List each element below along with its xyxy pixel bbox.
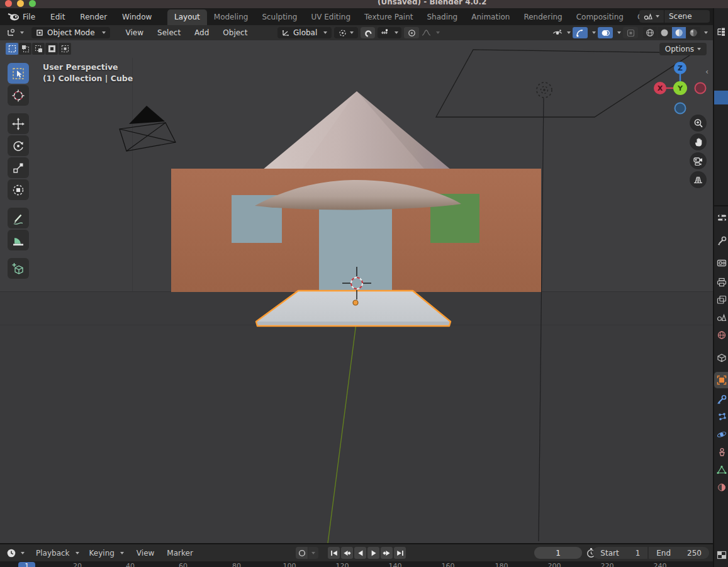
tab-collection[interactable] [714, 349, 728, 366]
menu-window[interactable]: Window [122, 13, 152, 21]
tool-cursor[interactable] [8, 85, 29, 106]
tool-scale[interactable] [8, 157, 29, 178]
shading-rendered-button[interactable] [686, 27, 700, 38]
tab-modeling[interactable]: Modeling [207, 9, 255, 25]
tab-tool[interactable] [714, 232, 728, 249]
tab-object-data[interactable] [714, 461, 728, 478]
jump-to-prev-keyframe-button[interactable] [341, 547, 353, 559]
menu-select[interactable]: Select [152, 28, 186, 37]
gizmo-dropdown[interactable] [592, 31, 596, 34]
select-mode-invert[interactable] [45, 43, 58, 55]
tab-physics[interactable] [714, 426, 728, 442]
timeline-ruler[interactable]: 1 20 40 60 80 100 120 140 160 180 200 22… [0, 561, 713, 567]
mode-dropdown[interactable]: Object Mode [31, 27, 110, 38]
scene-browse-button[interactable] [639, 10, 664, 23]
jump-to-start-button[interactable] [328, 547, 340, 559]
properties-editor-type-dropdown[interactable] [714, 210, 728, 226]
tab-texture[interactable] [714, 547, 728, 563]
show-overlays-toggle[interactable] [598, 27, 613, 38]
play-reverse-button[interactable] [354, 547, 366, 559]
tool-add-cube[interactable] [8, 258, 29, 279]
tab-material[interactable] [714, 479, 728, 495]
end-frame-field[interactable]: End 250 [649, 547, 709, 559]
tab-animation[interactable]: Animation [464, 9, 517, 25]
tab-compositing[interactable]: Compositing [569, 9, 630, 25]
gizmo-minus-x-axis[interactable] [695, 83, 706, 94]
tool-select-box[interactable] [8, 63, 29, 84]
door[interactable] [319, 207, 392, 292]
tab-texture-paint[interactable]: Texture Paint [357, 9, 420, 25]
tool-transform[interactable] [8, 179, 29, 200]
outliner-selected-row[interactable] [714, 91, 728, 104]
playback-menu[interactable]: Playback [36, 549, 79, 558]
menu-object[interactable]: Object [217, 28, 253, 37]
tool-annotate[interactable] [8, 208, 29, 228]
menu-render[interactable]: Render [80, 13, 107, 21]
scene-name-field[interactable]: Scene [664, 10, 710, 23]
timeline-marker-menu[interactable]: Marker [167, 549, 193, 558]
shading-dropdown[interactable] [704, 31, 708, 34]
auto-keying-toggle[interactable] [296, 547, 308, 559]
menu-file[interactable]: File [23, 13, 35, 21]
zoom-button[interactable] [690, 115, 707, 132]
menu-add[interactable]: Add [189, 28, 215, 37]
timeline-view-menu[interactable]: View [137, 549, 154, 558]
proportional-falloff-dropdown[interactable] [422, 29, 440, 36]
tab-rendering[interactable]: Rendering [517, 9, 569, 25]
tool-measure[interactable] [8, 230, 29, 250]
sidebar-collapse-arrow[interactable]: ‹ [705, 67, 708, 76]
tab-constraints[interactable] [714, 444, 728, 460]
select-mode-extend[interactable] [19, 43, 31, 55]
tab-object[interactable] [714, 372, 728, 388]
show-gizmo-toggle[interactable] [573, 27, 588, 38]
gizmo-minus-z-axis[interactable] [675, 103, 686, 114]
minimize-window-icon[interactable] [17, 0, 24, 7]
select-mode-subtract[interactable] [32, 43, 45, 55]
tab-layout[interactable]: Layout [167, 9, 207, 25]
toggle-orthographic-button[interactable] [690, 171, 707, 188]
proportional-editing-toggle[interactable] [404, 27, 419, 38]
pivot-point-dropdown[interactable] [334, 27, 358, 38]
tab-view-layer[interactable] [714, 291, 728, 308]
visibility-dropdown[interactable] [552, 29, 571, 37]
menu-edit[interactable]: Edit [50, 13, 65, 21]
snap-toggle[interactable] [361, 27, 375, 38]
timeline-editor-type-dropdown[interactable] [0, 548, 25, 558]
object-origin-dot[interactable] [353, 300, 358, 305]
editor-type-dropdown[interactable] [6, 28, 24, 37]
pan-hand-button[interactable] [690, 133, 707, 150]
blender-logo-icon[interactable] [8, 12, 20, 21]
shading-solid-button[interactable] [658, 27, 671, 38]
tab-output[interactable] [714, 274, 728, 290]
tab-sculpting[interactable]: Sculpting [255, 9, 304, 25]
tab-modifiers[interactable] [714, 391, 728, 407]
tab-render[interactable] [714, 255, 728, 271]
toggle-xray-button[interactable] [623, 27, 638, 38]
tab-shading[interactable]: Shading [420, 9, 464, 25]
tool-move[interactable] [8, 113, 29, 134]
select-mode-set[interactable] [6, 43, 18, 55]
transform-orientation-dropdown[interactable]: Global [277, 27, 332, 38]
close-window-icon[interactable] [5, 0, 12, 7]
start-frame-field[interactable]: Start 1 [593, 547, 647, 559]
navigation-gizmo[interactable]: Z X Y [648, 40, 713, 122]
tab-uv-editing[interactable]: UV Editing [304, 9, 357, 25]
current-frame-field[interactable]: 1 [534, 547, 582, 559]
camera-view-button[interactable] [690, 152, 707, 169]
tool-rotate[interactable] [8, 135, 29, 156]
3d-viewport[interactable]: Options User Perspective (1) Collection … [0, 40, 713, 543]
overlays-dropdown[interactable] [617, 31, 621, 34]
auto-keying-dropdown[interactable] [308, 547, 318, 559]
outliner-icon[interactable] [717, 28, 727, 36]
play-button[interactable] [367, 547, 379, 559]
tab-scene[interactable] [714, 309, 728, 325]
shading-wireframe-button[interactable] [643, 27, 657, 38]
shading-material-preview-button[interactable] [672, 27, 686, 38]
tab-world[interactable] [714, 327, 728, 343]
select-mode-intersect[interactable] [59, 43, 71, 55]
jump-to-next-keyframe-button[interactable] [381, 547, 393, 559]
tab-particles[interactable] [714, 408, 728, 425]
snap-with-dropdown[interactable] [378, 27, 401, 38]
maximize-window-icon[interactable] [29, 0, 36, 7]
keying-menu[interactable]: Keying [89, 549, 124, 558]
